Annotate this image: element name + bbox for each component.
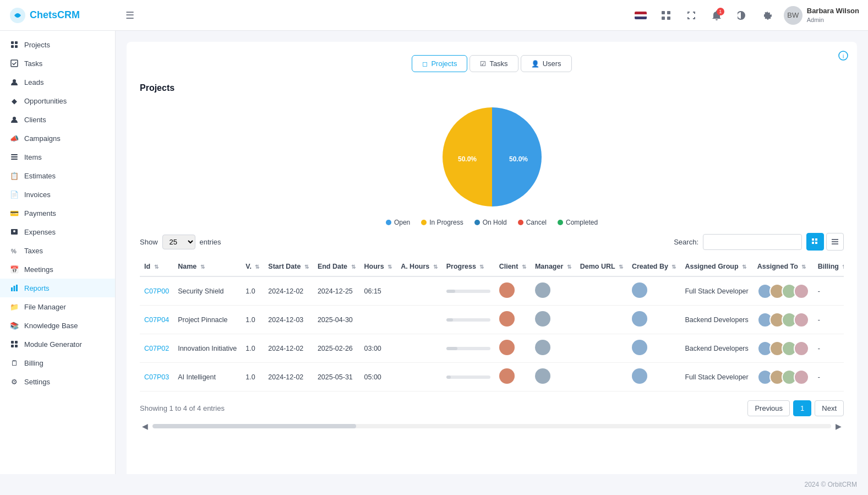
sidebar: Projects Tasks Leads ◆ Opportunities Cli… [0,31,116,474]
sidebar-item-payments[interactable]: 💳 Payments [0,204,115,222]
sidebar-label-campaigns: Campaigns [24,134,61,143]
sidebar-item-file-manager[interactable]: 📁 File Manager [0,297,115,316]
fullscreen-icon[interactable] [683,7,700,24]
search-input[interactable] [703,234,802,250]
svg-text:50.0%: 50.0% [509,155,527,163]
table-row: C07P03 AI Intelligent 1.0 2024-12-02 202… [140,363,844,391]
payments-icon: 💳 [10,209,19,217]
settings-icon: ⚙ [10,377,19,386]
sidebar-item-tasks[interactable]: Tasks [0,54,115,73]
showing-text: Showing 1 to 4 of 4 entries [140,404,225,412]
tab-projects[interactable]: ◻ Projects [412,55,467,72]
sidebar-item-settings[interactable]: ⚙ Settings [0,372,115,391]
sidebar-item-meetings[interactable]: 📅 Meetings [0,260,115,279]
cell-created-by [627,306,680,334]
cell-assigned-group: Full Stack Developer [680,363,752,391]
cell-assigned-to [753,306,814,334]
scroll-track[interactable] [152,424,831,428]
cell-version: 1.0 [241,306,264,334]
legend-on-hold-label: On Hold [483,219,507,226]
sidebar-item-estimates[interactable]: 📋 Estimates [0,166,115,185]
table-footer: Showing 1 to 4 of 4 entries Previous 1 N… [140,400,844,416]
col-id: Id ⇅ [140,257,173,276]
cell-manager [531,306,576,334]
cell-client [495,334,531,363]
app-name: ChetsCRM [30,9,80,21]
legend-cancel-dot [518,220,523,225]
col-client: Client ⇅ [495,257,531,276]
table-controls: Show 25 10 50 100 entries Search: [140,233,844,251]
leads-icon [10,78,19,86]
sidebar-item-projects[interactable]: Projects [0,35,115,54]
cell-id[interactable]: C07P03 [140,363,173,391]
cell-progress [442,276,495,306]
sidebar-item-leads[interactable]: Leads [0,73,115,91]
module-generator-icon [10,340,19,349]
svg-rect-21 [15,341,18,344]
cell-created-by [627,334,680,363]
clients-icon [10,115,19,124]
cell-end-date: 2025-05-31 [313,363,360,391]
tab-tasks[interactable]: ☑ Tasks [470,55,518,72]
sidebar-label-expenses: Expenses [24,228,56,236]
previous-button[interactable]: Previous [747,400,790,416]
cell-assigned-to [753,363,814,391]
sidebar-label-settings: Settings [24,378,50,386]
tabs: ◻ Projects ☑ Tasks 👤 Users [140,55,844,72]
svg-rect-17 [11,287,13,291]
legend-completed-dot [558,220,563,225]
scroll-right-arrow[interactable]: ▶ [833,421,844,432]
next-button[interactable]: Next [815,400,844,416]
info-icon[interactable]: i [838,51,848,63]
notification-icon[interactable]: 1 [708,7,725,24]
legend-cancel-label: Cancel [526,219,547,226]
svg-rect-28 [812,238,814,241]
cell-id[interactable]: C07P04 [140,306,173,334]
sidebar-label-projects: Projects [24,41,50,49]
app-logo[interactable]: ChetsCRM [9,7,119,24]
dark-mode-icon[interactable] [733,7,751,24]
sidebar-item-taxes[interactable]: % Taxes [0,241,115,260]
cell-start-date: 2024-12-02 [264,363,313,391]
table-view-button[interactable] [826,233,844,251]
cell-manager [531,334,576,363]
hamburger-button[interactable]: ☰ [125,9,134,21]
tab-users[interactable]: 👤 Users [521,55,572,72]
table-row: C07P04 Project Pinnacle 1.0 2024-12-03 2… [140,306,844,334]
cell-demo-url [576,334,627,363]
search-label: Search: [674,238,698,246]
cell-assigned-to [753,276,814,306]
show-entries-select[interactable]: 25 10 50 100 [162,235,195,249]
pagination: Previous 1 Next [747,400,844,416]
flag-icon[interactable] [632,7,649,24]
sidebar-item-expenses[interactable]: Expenses [0,222,115,241]
sidebar-label-knowledge-base: Knowledge Base [24,322,78,330]
projects-table: Id ⇅ Name ⇅ V. ⇅ Start Date ⇅ End Date ⇅… [140,257,844,391]
user-menu[interactable]: BW Barbara Wilson Admin [784,6,859,25]
page-1-button[interactable]: 1 [793,400,811,416]
sidebar-label-tasks: Tasks [24,59,42,68]
footer-text: 2024 © OrbitCRM [804,481,857,488]
user-name: Barbara Wilson [807,7,859,16]
svg-rect-22 [11,345,14,347]
apps-grid-icon[interactable] [657,7,675,24]
legend-on-hold: On Hold [474,219,507,226]
search-area: Search: [674,233,844,251]
sidebar-item-items[interactable]: Items [0,148,115,166]
sidebar-item-knowledge-base[interactable]: 📚 Knowledge Base [0,316,115,335]
cell-id[interactable]: C07P02 [140,334,173,363]
sidebar-item-reports[interactable]: Reports [0,279,115,297]
sidebar-item-clients[interactable]: Clients [0,110,115,129]
sidebar-item-opportunities[interactable]: ◆ Opportunities [0,91,115,110]
sidebar-item-module-generator[interactable]: Module Generator [0,335,115,353]
cell-end-date: 2025-02-26 [313,334,360,363]
scroll-left-arrow[interactable]: ◀ [140,421,150,432]
sidebar-item-campaigns[interactable]: 📣 Campaigns [0,129,115,148]
settings-gear-icon[interactable] [758,7,776,24]
cell-id[interactable]: C07P00 [140,276,173,306]
grid-view-button[interactable] [806,233,824,251]
sidebar-item-billing[interactable]: 🗒 Billing [0,353,115,372]
tab-users-label: Users [543,59,561,68]
cell-end-date: 2024-12-25 [313,276,360,306]
sidebar-item-invoices[interactable]: 📄 Invoices [0,185,115,204]
